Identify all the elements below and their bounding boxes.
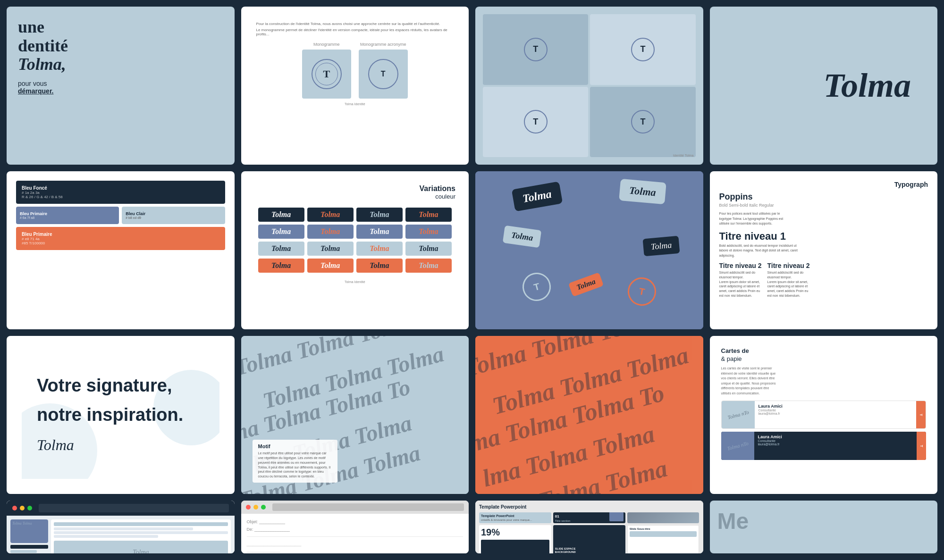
var-6: Tolma [307, 225, 354, 239]
card-stickers: Tolma Tolma Tolma Tolma T T Tolma [475, 171, 703, 329]
card-motif-orange: Tolma Tolma Tolma Tolma Tolma Tolma ma T… [475, 336, 703, 494]
color-orange: Bleu Primaire # e8 71 4a#85 T/100000 [16, 227, 225, 250]
heading-3-desc: Sinunt addiciscilit sed doeiusmod tempor… [767, 270, 810, 298]
tolma-script-logo: Tolma [824, 66, 911, 105]
bc1-title: Consultante [759, 409, 913, 412]
email-divider [247, 536, 464, 537]
sticker-1: Tolma [512, 182, 563, 212]
monogram-letter: T [315, 63, 338, 85]
slide2-image [609, 512, 624, 521]
var-11: Tolma [356, 242, 403, 256]
sticker-5: Tolma [568, 272, 604, 297]
card-motif-light: Tolma Tolma Tolma Tolma Tolma Tolma ma T… [241, 336, 469, 494]
var-7: Tolma [356, 225, 403, 239]
quote-line1: Votre signature, [37, 376, 204, 396]
email-content-line: ________________ [247, 548, 464, 553]
cartes-title2: & papie [721, 355, 927, 362]
bc2-t: T [919, 445, 924, 447]
card-intro: une dentité Tolma, pour vous démarquer. [7, 7, 235, 165]
dot-green [27, 506, 32, 510]
quote-line2: notre inspiration. [37, 405, 204, 425]
heading-2-desc: Sinunt addiciscilit sed doeiusmod tempor… [719, 270, 762, 298]
logo-grid-item-2: T [590, 14, 695, 85]
card-logo-grid: T T T T Identité Tolma [475, 7, 703, 165]
bc1-t: T [919, 414, 923, 416]
pattern-orange-background: Tolma Tolma Tolma Tolma Tolma Tolma ma T… [475, 336, 703, 494]
card-color-swatches: Bleu Foncé # 1a 2a 3aR & 26 / G & 42 / B… [7, 171, 235, 329]
slide4-stat: 19% [481, 527, 549, 538]
font-description: Pour les polices avant tout utilisées pa… [719, 211, 928, 226]
monogram-circle: T [312, 59, 342, 89]
email-dot-green [261, 505, 266, 510]
variations-footer: Tolma Identité [254, 280, 456, 284]
email-content: __________________________ _____________… [247, 542, 464, 553]
motif-label: Motif [258, 443, 332, 449]
email-field-from: De: _______________ [247, 527, 464, 532]
heading-1-desc: Bold addiciscilit, sed do eiusmod tempor… [719, 243, 928, 259]
bc2-accent: T [917, 432, 926, 460]
post-line-2 [54, 527, 193, 530]
logo-grid-item-3: T [483, 87, 588, 158]
ppt-slide-3 [627, 512, 700, 523]
profile-title-bar [10, 550, 37, 553]
card-typography: Typograph Poppins Bold Semi-bold Italic … [710, 171, 938, 329]
sticker-3: Tolma [503, 226, 542, 248]
signature-brand: Tolma [37, 436, 204, 454]
color-mid-values: # 6a 7f a8 [20, 216, 115, 219]
var-15: Tolma [356, 259, 403, 273]
sticker-circle-2: T [625, 275, 658, 308]
bc2-title: Consultante [758, 439, 913, 443]
search-bar[interactable] [39, 504, 229, 512]
stickers-area: Tolma Tolma Tolma Tolma T T Tolma [475, 171, 703, 329]
bc1-info: Laura Amici Consultante laura@tolma.fr [755, 401, 917, 428]
variations-title: Variations [254, 184, 456, 193]
linkedin-sidebar: Tolma Tolma [10, 519, 48, 553]
color-light-values: # b8 cd d9 [126, 216, 221, 219]
email-title-bar [272, 503, 464, 511]
monogram-acronym-text: T [381, 70, 386, 78]
card-powerpoint: Template Powerpoint Template PowerPoint … [475, 501, 703, 553]
slide1-subtitle: créatifs & innovants pour votre marque..… [481, 518, 549, 521]
var-1: Tolma [258, 208, 304, 222]
slide6-content [630, 531, 697, 537]
slide1-title: Template PowerPoint [481, 514, 549, 518]
sticker-4: Tolma [643, 236, 680, 257]
linkedin-body: Tolma Tolma Tolma [7, 516, 235, 553]
color-dark-label: Bleu Foncé [22, 185, 219, 191]
motif-description: Le motif peut être utilisé pour votre ma… [258, 451, 332, 479]
sticker-circle-1: T [519, 269, 554, 304]
font-styles: Bold Semi-bold Italic Regular [719, 203, 928, 208]
typography-section-label: Typograph [719, 181, 928, 188]
color-dark: Bleu Foncé # 1a 2a 3aR & 26 / G & 42 / B… [16, 181, 225, 204]
profile-header-bg: Tolma Tolma [10, 519, 48, 543]
profile-pattern: Tolma Tolma [10, 519, 48, 527]
email-content-line: __________________________ [247, 542, 464, 548]
email-dot-yellow [253, 505, 258, 510]
card-tolma-script: Tolma [710, 7, 938, 165]
post-line-1 [54, 522, 228, 526]
var-2: Tolma [307, 208, 354, 222]
card-more: Me [710, 501, 938, 553]
var-13: Tolma [258, 259, 304, 273]
bc1-email: laura@tolma.fr [759, 412, 913, 415]
slide3-image [627, 512, 700, 523]
bc2-email: laura@tolma.fr [758, 443, 913, 446]
color-orange-label: Bleu Primaire [22, 232, 219, 237]
color-light: Bleu Clair # b8 cd d9 [122, 207, 225, 224]
slide4-bar [481, 540, 549, 553]
color-dark-values: # 1a 2a 3aR & 26 / G & 42 / B & 58 [22, 191, 219, 199]
var-8: Tolma [405, 225, 452, 239]
cartes-title: Cartes de [721, 347, 927, 354]
logo-circle-1: T [524, 38, 548, 61]
var-4: Tolma [405, 208, 452, 222]
email-body: Objet: ___________ De: _______________ _… [241, 514, 469, 553]
sticker-2: Tolma [619, 179, 666, 204]
heading-3: Titre niveau 2 [767, 262, 810, 269]
color-orange-values: # e8 71 4a#85 T/100000 [22, 237, 219, 245]
logo-grid-item-4: T [590, 87, 695, 158]
logo-circle-3: T [524, 110, 548, 134]
var-12: Tolma [405, 242, 452, 256]
monogram-label1: Monogramme [302, 42, 351, 47]
bc1-name: Laura Amici [759, 404, 913, 409]
email-window-header [241, 501, 469, 514]
